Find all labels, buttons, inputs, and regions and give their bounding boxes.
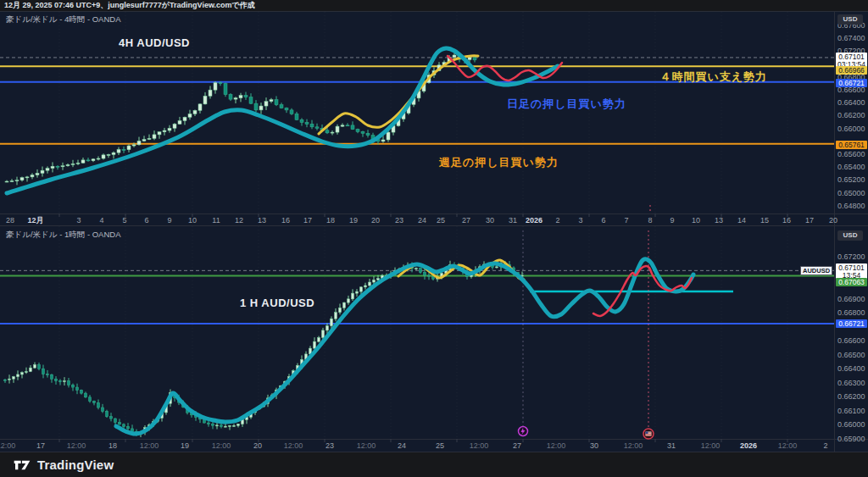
annotation-daily-support[interactable]: 日足の押し目買い勢力 xyxy=(507,97,626,112)
currency-chip-4h[interactable]: USD xyxy=(837,14,863,25)
price-label-orange-4h: 0.65761 xyxy=(836,141,867,149)
price-label-green-1h: 0.67063 xyxy=(836,278,867,286)
price-label-yellow-4h: 0.66966 xyxy=(836,66,867,75)
price-label-blue-4h: 0.66721 xyxy=(836,79,867,87)
currency-chip-1h[interactable]: USD xyxy=(837,230,863,241)
tradingview-footer: TradingView xyxy=(0,452,868,477)
legend-4h[interactable]: 豪ドル/米ドル - 4時間 - OANDA xyxy=(6,14,120,25)
annotation-4h-support[interactable]: ４時間買い支え勢力 xyxy=(585,69,767,85)
legend-1h[interactable]: 豪ドル/米ドル - 1時間 - OANDA xyxy=(6,230,120,241)
price-axis-separator xyxy=(834,11,835,452)
tradingview-logo-icon[interactable] xyxy=(14,458,34,472)
annotation-weekly-support[interactable]: 週足の押し目買い勢力 xyxy=(439,155,559,170)
price-label-blue-1h: 0.66721 xyxy=(836,319,867,328)
tradingview-snapshot: 12月 29, 2025 07:46 UTC+9、junglesurf7777が… xyxy=(0,0,868,477)
chart-title-1h[interactable]: 1 H AUD/USD xyxy=(240,297,314,309)
chart-title-4h[interactable]: 4H AUD/USD xyxy=(119,36,190,49)
symbol-tag-1h: AUDUSD xyxy=(800,266,832,275)
tradingview-wordmark[interactable]: TradingView xyxy=(37,458,114,472)
